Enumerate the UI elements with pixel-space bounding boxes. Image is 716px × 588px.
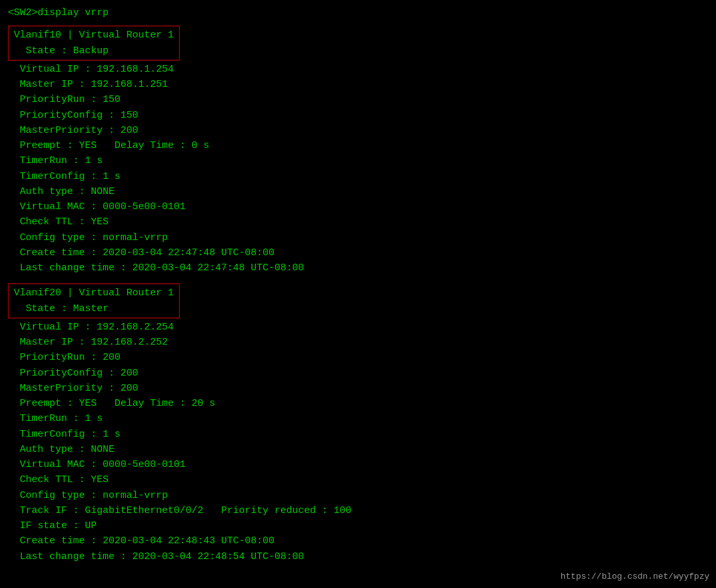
section1-line-0: Virtual IP : 192.168.1.254 xyxy=(8,62,708,77)
section2-line-10: Check TTL : YES xyxy=(8,472,708,487)
section2-line-15: Last change time : 2020-03-04 22:48:54 U… xyxy=(8,549,708,564)
section2-line-11: Config type : normal-vrrp xyxy=(8,488,708,503)
section1-line-11: Config type : normal-vrrp xyxy=(8,230,708,245)
section1-header-line2: State : Backup xyxy=(14,43,174,59)
section1-line-1: Master IP : 192.168.1.251 xyxy=(8,77,708,92)
section2-line-3: PriorityConfig : 200 xyxy=(8,366,708,381)
section1-lines: Virtual IP : 192.168.1.254 Master IP : 1… xyxy=(8,62,708,276)
section2-line-1: Master IP : 192.168.2.252 xyxy=(8,335,708,350)
section1-box: Vlanif10 | Virtual Router 1 State : Back… xyxy=(8,23,708,62)
section1-line-7: TimerConfig : 1 s xyxy=(8,169,708,184)
section2-line-6: TimerRun : 1 s xyxy=(8,411,708,426)
section2-header: Vlanif20 | Virtual Router 1 State : Mast… xyxy=(8,283,180,318)
section2-line-7: TimerConfig : 1 s xyxy=(8,427,708,442)
section1-line-9: Virtual MAC : 0000-5e00-0101 xyxy=(8,199,708,214)
section1-line-4: MasterPriority : 200 xyxy=(8,123,708,138)
prompt-line: <SW2>display vrrp xyxy=(8,5,708,20)
section1-line-2: PriorityRun : 150 xyxy=(8,92,708,107)
section1-line-10: Check TTL : YES xyxy=(8,214,708,230)
section1-line-13: Last change time : 2020-03-04 22:47:48 U… xyxy=(8,260,708,276)
section2-line-5: Preempt : YES Delay Time : 20 s xyxy=(8,396,708,411)
section2-line-2: PriorityRun : 200 xyxy=(8,350,708,365)
section2-line-14: Create time : 2020-03-04 22:48:43 UTC-08… xyxy=(8,533,708,549)
terminal-container: <SW2>display vrrp Vlanif10 | Virtual Rou… xyxy=(8,5,708,564)
section2-header-line1: Vlanif20 | Virtual Router 1 xyxy=(14,285,174,301)
section2-line-0: Virtual IP : 192.168.2.254 xyxy=(8,320,708,335)
section2-box: Vlanif20 | Virtual Router 1 State : Mast… xyxy=(8,281,708,320)
section2-line-12: Track IF : GigabitEthernet0/0/2 Priority… xyxy=(8,503,708,518)
section1-header-line1: Vlanif10 | Virtual Router 1 xyxy=(14,28,174,43)
section1-line-12: Create time : 2020-03-04 22:47:48 UTC-08… xyxy=(8,245,708,260)
watermark: https://blog.csdn.net/wyyfpzy xyxy=(561,572,709,581)
section2-line-13: IF state : UP xyxy=(8,518,708,533)
section2-line-9: Virtual MAC : 0000-5e00-0101 xyxy=(8,457,708,472)
section2-header-line2: State : Master xyxy=(14,301,174,316)
section2-line-8: Auth type : NONE xyxy=(8,442,708,457)
section2-lines: Virtual IP : 192.168.2.254 Master IP : 1… xyxy=(8,320,708,564)
section1-line-3: PriorityConfig : 150 xyxy=(8,108,708,123)
section1-line-8: Auth type : NONE xyxy=(8,184,708,199)
section1-header: Vlanif10 | Virtual Router 1 State : Back… xyxy=(8,26,180,61)
section2-line-4: MasterPriority : 200 xyxy=(8,381,708,396)
section1-line-6: TimerRun : 1 s xyxy=(8,153,708,168)
section1-line-5: Preempt : YES Delay Time : 0 s xyxy=(8,138,708,153)
